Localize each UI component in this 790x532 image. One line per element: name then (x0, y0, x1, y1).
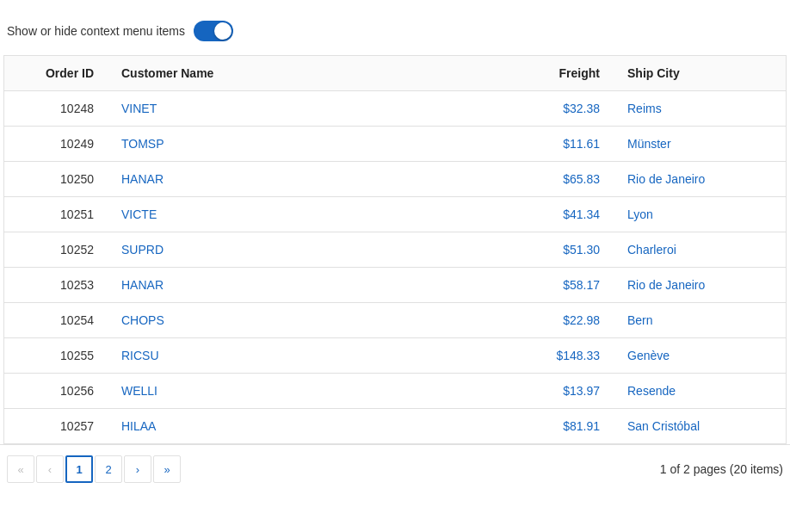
cell-freight: $11.61 (510, 127, 614, 162)
table-body: 10248VINET$32.38Reims10249TOMSP$11.61Mün… (4, 91, 786, 444)
toggle-row: Show or hide context menu items (0, 14, 790, 55)
cell-customer: WELLI (108, 374, 510, 409)
cell-customer: CHOPS (108, 303, 510, 338)
cell-shipcity: Charleroi (614, 232, 786, 268)
cell-customer: HANAR (108, 268, 510, 303)
cell-customer: HILAA (108, 409, 510, 444)
cell-customer: VICTE (108, 197, 510, 232)
table-header-row: Order ID Customer Name Freight Ship City (4, 56, 786, 91)
cell-shipcity: Genève (614, 338, 786, 374)
table-row[interactable]: 10254CHOPS$22.98Bern (4, 303, 786, 338)
cell-orderid: 10248 (4, 91, 108, 127)
cell-orderid: 10257 (4, 409, 108, 444)
col-header-customer: Customer Name (108, 56, 510, 91)
page-first-button[interactable]: « (7, 455, 34, 483)
cell-orderid: 10254 (4, 303, 108, 338)
cell-freight: $81.91 (510, 409, 614, 444)
table-row[interactable]: 10253HANAR$58.17Rio de Janeiro (4, 268, 786, 303)
cell-freight: $65.83 (510, 162, 614, 197)
cell-customer: TOMSP (108, 127, 510, 162)
cell-freight: $51.30 (510, 232, 614, 268)
table-row[interactable]: 10248VINET$32.38Reims (4, 91, 786, 127)
col-header-shipcity: Ship City (614, 56, 786, 91)
table-row[interactable]: 10257HILAA$81.91San Cristóbal (4, 409, 786, 444)
table-row[interactable]: 10255RICSU$148.33Genève (4, 338, 786, 374)
cell-customer: SUPRD (108, 232, 510, 268)
cell-orderid: 10255 (4, 338, 108, 374)
cell-freight: $58.17 (510, 268, 614, 303)
cell-customer: HANAR (108, 162, 510, 197)
cell-freight: $148.33 (510, 338, 614, 374)
cell-shipcity: Rio de Janeiro (614, 162, 786, 197)
page-1-button[interactable]: 1 (65, 455, 93, 483)
data-table-wrapper: Order ID Customer Name Freight Ship City… (3, 55, 787, 444)
cell-orderid: 10250 (4, 162, 108, 197)
cell-shipcity: Rio de Janeiro (614, 268, 786, 303)
col-header-freight: Freight (510, 56, 614, 91)
table-row[interactable]: 10249TOMSP$11.61Münster (4, 127, 786, 162)
table-row[interactable]: 10250HANAR$65.83Rio de Janeiro (4, 162, 786, 197)
pagination-controls: « ‹ 1 2 › » (7, 455, 181, 483)
pagination-info: 1 of 2 pages (20 items) (660, 462, 783, 476)
cell-orderid: 10251 (4, 197, 108, 232)
cell-freight: $13.97 (510, 374, 614, 409)
table-scroll-area[interactable]: Order ID Customer Name Freight Ship City… (4, 56, 786, 443)
cell-freight: $32.38 (510, 91, 614, 127)
cell-shipcity: Resende (614, 374, 786, 409)
cell-orderid: 10256 (4, 374, 108, 409)
table-row[interactable]: 10251VICTE$41.34Lyon (4, 197, 786, 232)
page-container: Show or hide context menu items Order ID… (0, 0, 790, 532)
cell-customer: RICSU (108, 338, 510, 374)
page-next-button[interactable]: › (124, 455, 151, 483)
orders-table: Order ID Customer Name Freight Ship City… (4, 56, 786, 443)
cell-shipcity: San Cristóbal (614, 409, 786, 444)
cell-orderid: 10252 (4, 232, 108, 268)
pagination-row: « ‹ 1 2 › » 1 of 2 pages (20 items) (0, 444, 790, 493)
cell-freight: $22.98 (510, 303, 614, 338)
col-header-orderid: Order ID (4, 56, 108, 91)
toggle-slider (194, 21, 233, 41)
page-prev-button[interactable]: ‹ (36, 455, 64, 483)
cell-orderid: 10249 (4, 127, 108, 162)
cell-orderid: 10253 (4, 268, 108, 303)
cell-shipcity: Bern (614, 303, 786, 338)
cell-shipcity: Lyon (614, 197, 786, 232)
page-last-button[interactable]: » (153, 455, 181, 483)
cell-freight: $41.34 (510, 197, 614, 232)
cell-shipcity: Münster (614, 127, 786, 162)
page-2-button[interactable]: 2 (95, 455, 122, 483)
cell-customer: VINET (108, 91, 510, 127)
table-row[interactable]: 10256WELLI$13.97Resende (4, 374, 786, 409)
context-menu-toggle[interactable] (194, 21, 233, 41)
toggle-label: Show or hide context menu items (7, 24, 185, 38)
table-row[interactable]: 10252SUPRD$51.30Charleroi (4, 232, 786, 268)
cell-shipcity: Reims (614, 91, 786, 127)
